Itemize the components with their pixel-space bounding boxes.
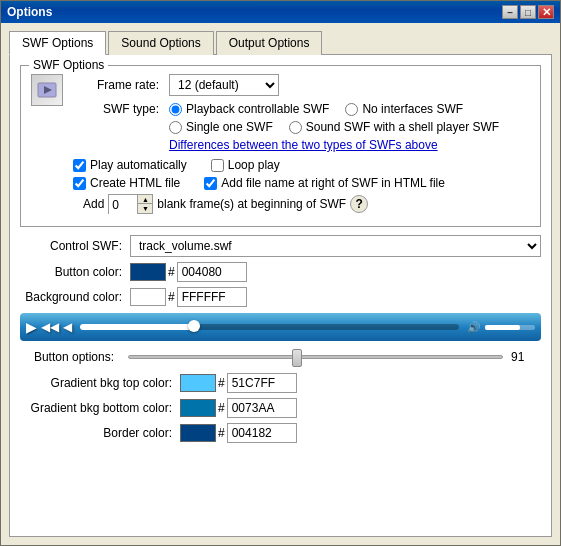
radio-no-interface: No interfaces SWF [345, 102, 463, 116]
button-options-label: Button options: [20, 350, 120, 364]
add-frames-row: Add ▲ ▼ blank frame(s) at beginning of S… [83, 194, 530, 214]
button-options-thumb[interactable] [292, 349, 302, 367]
check-play-auto-label: Play automatically [90, 158, 187, 172]
grad-top-label: Gradient bkg top color: [20, 376, 180, 390]
spinner-down[interactable]: ▼ [138, 204, 152, 213]
add-label: Add [83, 197, 104, 211]
rewind-button[interactable]: ◀◀ [41, 320, 59, 334]
radio-sound-shell-input[interactable] [289, 121, 302, 134]
bg-color-input[interactable] [177, 287, 247, 307]
minimize-button[interactable]: – [502, 5, 518, 19]
button-color-hash: # [168, 265, 175, 279]
frame-rate-row: Frame rate: 12 (default) [73, 74, 530, 96]
check-create-html-input[interactable] [73, 177, 86, 190]
radio-single-label: Single one SWF [186, 120, 273, 134]
grad-bottom-hash: # [218, 401, 225, 415]
grad-top-input[interactable] [227, 373, 297, 393]
radio-sound-shell: Sound SWF with a shell player SWF [289, 120, 499, 134]
swf-options-group: SWF Options Frame rate: [20, 65, 541, 227]
group-label: SWF Options [29, 58, 108, 72]
swf-type-label: SWF type: [73, 102, 163, 116]
border-color-swatch[interactable] [180, 424, 216, 442]
radio-sound-shell-label: Sound SWF with a shell player SWF [306, 120, 499, 134]
frame-rate-select[interactable]: 12 (default) [169, 74, 279, 96]
button-options-value: 91 [511, 350, 541, 364]
radio-playback: Playback controllable SWF [169, 102, 329, 116]
border-color-input[interactable] [227, 423, 297, 443]
bg-color-swatch[interactable] [130, 288, 166, 306]
control-swf-select[interactable]: track_volume.swf [130, 235, 541, 257]
tab-swf-options[interactable]: SWF Options [9, 31, 106, 55]
button-color-label: Button color: [20, 265, 130, 279]
border-color-row: Border color: # [20, 423, 541, 443]
tab-sound-options[interactable]: Sound Options [108, 31, 213, 55]
maximize-button[interactable]: □ [520, 5, 536, 19]
border-color-hash: # [218, 426, 225, 440]
window-title: Options [7, 5, 52, 19]
radio-single: Single one SWF [169, 120, 273, 134]
button-color-input[interactable] [177, 262, 247, 282]
radio-row-2: Single one SWF Sound SWF with a shell pl… [169, 120, 499, 134]
check-add-filename-label: Add file name at right of SWF in HTML fi… [221, 176, 445, 190]
spinner: ▲ ▼ [108, 194, 153, 214]
radio-row-1: Playback controllable SWF No interfaces … [169, 102, 499, 116]
check-loop: Loop play [211, 158, 280, 172]
radio-playback-label: Playback controllable SWF [186, 102, 329, 116]
radio-no-interface-input[interactable] [345, 103, 358, 116]
control-swf-label: Control SWF: [20, 239, 130, 253]
button-color-swatch[interactable] [130, 263, 166, 281]
help-button[interactable]: ? [350, 195, 368, 213]
radio-single-input[interactable] [169, 121, 182, 134]
check-add-filename: Add file name at right of SWF in HTML fi… [204, 176, 445, 190]
check-create-html: Create HTML file [73, 176, 180, 190]
play-button[interactable]: ▶ [26, 319, 37, 335]
grad-top-row: Gradient bkg top color: # [20, 373, 541, 393]
swf-icon [31, 74, 63, 106]
check-play-auto-input[interactable] [73, 159, 86, 172]
button-options-track[interactable] [128, 355, 503, 359]
bg-color-hash: # [168, 290, 175, 304]
check-create-html-label: Create HTML file [90, 176, 180, 190]
check-loop-input[interactable] [211, 159, 224, 172]
spinner-up[interactable]: ▲ [138, 195, 152, 204]
border-color-label: Border color: [20, 426, 180, 440]
tab-output-options[interactable]: Output Options [216, 31, 323, 55]
spinner-buttons: ▲ ▼ [137, 195, 152, 213]
radio-no-interface-label: No interfaces SWF [362, 102, 463, 116]
tab-bar: SWF Options Sound Options Output Options [9, 31, 552, 55]
back-button[interactable]: ◀ [63, 320, 72, 334]
volume-bar[interactable] [485, 325, 535, 330]
grad-bottom-label: Gradient bkg bottom color: [20, 401, 180, 415]
button-options-slider-container [128, 347, 503, 367]
control-swf-row: Control SWF: track_volume.swf [20, 235, 541, 257]
close-button[interactable]: ✕ [538, 5, 554, 19]
player-bar: ▶ ◀◀ ◀ 🔊 [20, 313, 541, 341]
options-window: Options – □ ✕ SWF Options Sound Options … [0, 0, 561, 546]
frame-rate-label: Frame rate: [73, 78, 163, 92]
grad-bottom-swatch[interactable] [180, 399, 216, 417]
volume-fill [485, 325, 520, 330]
spinner-input[interactable] [109, 195, 137, 215]
title-bar-buttons: – □ ✕ [502, 5, 554, 19]
check-loop-label: Loop play [228, 158, 280, 172]
swf-type-row: SWF type: Playback controllable SWF [73, 102, 530, 152]
radio-playback-input[interactable] [169, 103, 182, 116]
grad-top-swatch[interactable] [180, 374, 216, 392]
swf-type-radios: Playback controllable SWF No interfaces … [169, 102, 499, 152]
grad-top-hash: # [218, 376, 225, 390]
check-play-auto: Play automatically [73, 158, 187, 172]
diff-link[interactable]: Differences between the two types of SWF… [169, 138, 499, 152]
bg-color-label: Background color: [20, 290, 130, 304]
grad-bottom-input[interactable] [227, 398, 297, 418]
options-fields: Frame rate: 12 (default) SWF type: [73, 74, 530, 218]
check-row-1: Play automatically Loop play [73, 158, 530, 172]
content-area: SWF Options Sound Options Output Options… [1, 23, 560, 545]
progress-thumb[interactable] [188, 320, 200, 332]
grad-bottom-row: Gradient bkg bottom color: # [20, 398, 541, 418]
check-add-filename-input[interactable] [204, 177, 217, 190]
title-bar: Options – □ ✕ [1, 1, 560, 23]
button-color-row: Button color: # [20, 262, 541, 282]
player-progress[interactable] [80, 324, 459, 330]
progress-fill [80, 324, 194, 330]
blank-frames-label: blank frame(s) at beginning of SWF [157, 197, 346, 211]
